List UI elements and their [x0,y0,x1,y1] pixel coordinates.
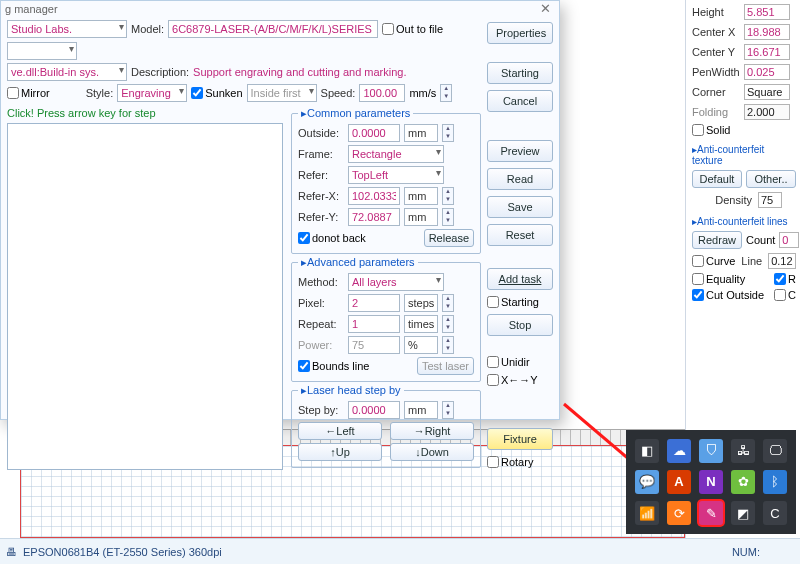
laser-legend: Laser head step by [298,384,404,397]
dialog-title: g manager [5,3,58,15]
driver-select[interactable] [7,63,127,81]
tray-icon-monitor[interactable]: 🖵 [763,439,787,463]
section-ac-lines[interactable]: Anti-counterfeit lines [692,216,796,227]
tray-icon-cloud[interactable]: ☁ [667,439,691,463]
sunken-check[interactable]: Sunken [191,87,242,99]
style-select[interactable] [117,84,187,102]
referx-spinner[interactable]: ▲▼ [442,187,454,205]
repeat-input[interactable] [348,315,400,333]
donot-back-check[interactable]: donot back [298,232,366,244]
tray-icon-wifi[interactable]: 📶 [635,501,659,525]
tray-icon-network[interactable]: 🖧 [731,439,755,463]
speed-spinner[interactable]: ▲▼ [440,84,452,102]
default-button[interactable]: Default [692,170,742,188]
down-button[interactable]: ↓Down [390,443,474,461]
bounds-line-check[interactable]: Bounds line [298,360,370,372]
tray-icon-c[interactable]: C [763,501,787,525]
add-task-button[interactable]: Add task [487,268,553,290]
tray-icon-generic-2[interactable]: ◩ [731,501,755,525]
c-check[interactable]: C [774,289,796,301]
common-legend: Common parameters [298,107,413,120]
release-button[interactable]: Release [424,229,474,247]
section-ac-texture[interactable]: Anti-counterfeit texture [692,144,796,166]
dialog-titlebar[interactable]: g manager ✕ [1,1,559,16]
outside-input[interactable] [348,124,400,142]
cutoutside-check[interactable]: Cut Outside [692,289,764,301]
tray-icon-sync[interactable]: ⟳ [667,501,691,525]
prop-corner-select[interactable] [744,84,790,100]
outside-spinner[interactable]: ▲▼ [442,124,454,142]
out-to-file-select[interactable] [7,42,77,60]
tray-icon-onenote[interactable]: N [699,470,723,494]
refer-label: Refer: [298,169,344,181]
close-icon[interactable]: ✕ [536,1,555,16]
cancel-button[interactable]: Cancel [487,90,553,112]
tray-icon-highlighted-app[interactable]: ✎ [699,501,723,525]
refery-input[interactable] [348,208,400,226]
preview-button[interactable]: Preview [487,140,553,162]
unidir-check[interactable]: Unidir [487,356,553,368]
out-to-file-check[interactable]: Out to file [382,23,443,35]
right-button[interactable]: →Right [390,422,474,440]
method-select[interactable] [348,273,444,291]
common-parameters-group: Common parameters Outside: ▲▼ Frame: Ref… [291,107,481,254]
status-num: NUM: [732,546,760,558]
left-button[interactable]: ←Left [298,422,382,440]
reset-button[interactable]: Reset [487,224,553,246]
read-button[interactable]: Read [487,168,553,190]
stop-button[interactable]: Stop [487,314,553,336]
starting-check[interactable]: Starting [487,296,553,308]
power-label: Power: [298,339,344,351]
prop-centerx-input[interactable] [744,24,790,40]
density-input[interactable] [758,192,782,208]
preview-canvas[interactable] [7,123,283,470]
tray-icon-chat[interactable]: 💬 [635,470,659,494]
curve-check[interactable]: Curve [692,255,735,267]
printer-icon: 🖶 [6,546,17,558]
fixture-button[interactable]: Fixture [487,428,553,450]
prop-folding-label: Folding [692,106,738,118]
prop-centery-input[interactable] [744,44,790,60]
prop-solid-check[interactable]: Solid [692,124,796,136]
advanced-parameters-group: Advanced parameters Method: Pixel: ▲▼ Re… [291,256,481,382]
rotary-check[interactable]: Rotary [487,456,553,468]
manager-dialog: g manager ✕ Model: Out to file Descripti… [0,0,560,420]
model-input[interactable] [168,20,378,38]
save-button[interactable]: Save [487,196,553,218]
other-button[interactable]: Other.. [746,170,796,188]
tray-icon-generic-1[interactable]: ◧ [635,439,659,463]
pixel-spinner[interactable]: ▲▼ [442,294,454,312]
r-check[interactable]: R [774,273,796,285]
tray-icon-leaf[interactable]: ✿ [731,470,755,494]
repeat-spinner[interactable]: ▲▼ [442,315,454,333]
vendor-select[interactable] [7,20,127,38]
speed-input[interactable] [359,84,405,102]
starting-button[interactable]: Starting [487,62,553,84]
speed-label: Speed: [321,87,356,99]
refery-spinner[interactable]: ▲▼ [442,208,454,226]
frame-select[interactable] [348,145,444,163]
tray-icon-shield[interactable]: ⛉ [699,439,723,463]
cutoutside-label: Cut Outside [706,289,764,301]
repeat-unit [404,315,438,333]
out-to-file-label: Out to file [396,23,443,35]
prop-penwidth-input[interactable] [744,64,790,80]
equality-check[interactable]: Equality [692,273,745,285]
pixel-input[interactable] [348,294,400,312]
up-button[interactable]: ↑Up [298,443,382,461]
refer-select[interactable] [348,166,444,184]
properties-button[interactable]: Properties [487,22,553,44]
tray-icon-adobe[interactable]: A [667,470,691,494]
count-input[interactable] [779,232,799,248]
xtoy-check[interactable]: X←→Y [487,374,553,386]
redraw-button[interactable]: Redraw [692,231,742,249]
rotary-label: Rotary [501,456,533,468]
stepby-spinner[interactable]: ▲▼ [442,401,454,419]
density-label: Density [692,194,752,206]
tray-icon-bluetooth[interactable]: ᛒ [763,470,787,494]
stepby-input[interactable] [348,401,400,419]
prop-height-input[interactable] [744,4,790,20]
referx-input[interactable] [348,187,400,205]
line-input[interactable] [768,253,796,269]
mirror-check[interactable]: Mirror [7,87,50,99]
